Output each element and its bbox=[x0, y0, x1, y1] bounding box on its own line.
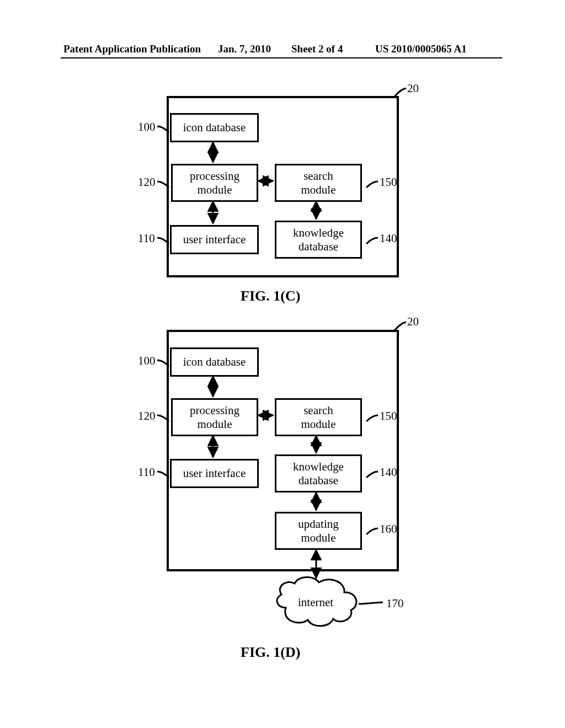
figD-updating-module-ref: 160 bbox=[380, 522, 397, 536]
figC-processing-module-box: processing module bbox=[171, 164, 258, 202]
figD-knowledge-database-ref: 140 bbox=[380, 465, 397, 479]
figC-search-module-ref: 150 bbox=[380, 175, 397, 189]
figD-icon-database-label: icon database bbox=[183, 355, 246, 368]
figC-icon-database-box: icon database bbox=[170, 113, 259, 142]
figD-search-module-box: search module bbox=[275, 398, 362, 436]
figD-container-ref: 20 bbox=[407, 315, 419, 329]
header-rule bbox=[61, 57, 502, 58]
document-number: US 2010/0005065 A1 bbox=[375, 43, 467, 55]
figC-user-interface-label: user interface bbox=[183, 233, 246, 246]
figD-icon-database-ref: 100 bbox=[138, 354, 156, 368]
figD-search-module-ref: 150 bbox=[380, 409, 397, 423]
publication-type: Patent Application Publication bbox=[63, 43, 201, 55]
figD-processing-module-ref: 120 bbox=[138, 409, 156, 423]
figC-search-module-box: search module bbox=[275, 164, 362, 202]
figD-updating-module-label: updating module bbox=[298, 517, 339, 544]
figC-search-module-label: search module bbox=[301, 169, 336, 196]
sheet-number: Sheet 2 of 4 bbox=[291, 43, 343, 55]
figD-internet-ref: 170 bbox=[386, 597, 404, 611]
figC-knowledge-database-ref: 140 bbox=[380, 232, 397, 245]
figD-icon-database-box: icon database bbox=[170, 347, 259, 377]
figD-processing-module-box: processing module bbox=[171, 398, 258, 436]
figC-icon-database-ref: 100 bbox=[138, 120, 156, 134]
figD-internet-label: internet bbox=[298, 596, 333, 609]
figC-user-interface-box: user interface bbox=[170, 225, 259, 254]
publication-date: Jan. 7, 2010 bbox=[218, 43, 271, 55]
figD-search-module-label: search module bbox=[301, 404, 336, 430]
figD-processing-module-label: processing module bbox=[190, 404, 239, 430]
figD-user-interface-ref: 110 bbox=[138, 465, 155, 479]
figD-caption: FIG. 1(D) bbox=[241, 644, 300, 661]
figC-container-ref: 20 bbox=[407, 82, 419, 95]
figD-user-interface-label: user interface bbox=[183, 467, 246, 480]
figD-user-interface-box: user interface bbox=[170, 459, 259, 488]
figC-processing-module-label: processing module bbox=[190, 169, 239, 196]
figC-knowledge-database-label: knowledge database bbox=[293, 226, 344, 253]
figD-updating-module-box: updating module bbox=[275, 512, 362, 550]
figD-knowledge-database-label: knowledge database bbox=[293, 460, 344, 486]
figC-knowledge-database-box: knowledge database bbox=[275, 221, 362, 259]
figD-knowledge-database-box: knowledge database bbox=[275, 454, 362, 493]
figC-user-interface-ref: 110 bbox=[138, 232, 155, 245]
figC-caption: FIG. 1(C) bbox=[241, 288, 300, 304]
patent-figure-page: Patent Application Publication Jan. 7, 2… bbox=[0, 0, 565, 728]
figC-processing-module-ref: 120 bbox=[138, 175, 156, 189]
figC-icon-database-label: icon database bbox=[183, 121, 246, 134]
